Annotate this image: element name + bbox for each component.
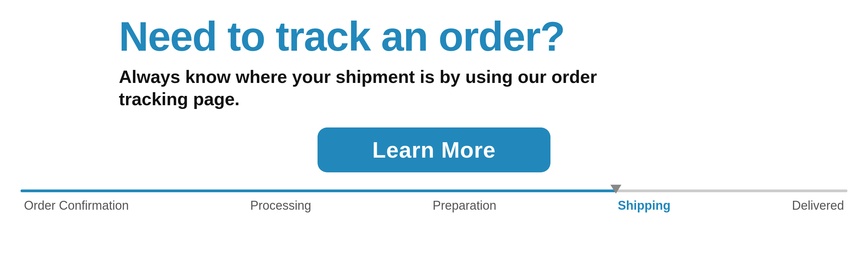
page-subtitle: Always know where your shipment is by us…	[119, 66, 598, 110]
progress-bar-fill	[21, 189, 616, 192]
page-headline: Need to track an order?	[119, 14, 565, 59]
learn-more-button[interactable]: Learn More	[318, 127, 550, 172]
progress-bar-track	[21, 189, 847, 192]
step-order-confirmation: Order Confirmation	[24, 198, 129, 213]
step-preparation: Preparation	[433, 198, 496, 213]
progress-section: Order Confirmation Processing Preparatio…	[0, 189, 868, 213]
step-processing: Processing	[250, 198, 311, 213]
progress-marker	[610, 185, 621, 194]
step-shipping: Shipping	[618, 198, 671, 213]
progress-labels: Order Confirmation Processing Preparatio…	[21, 198, 847, 213]
button-area: Learn More	[0, 127, 868, 172]
step-delivered: Delivered	[792, 198, 844, 213]
content-area: Need to track an order? Always know wher…	[57, 14, 811, 127]
progress-bar-container	[21, 189, 847, 192]
